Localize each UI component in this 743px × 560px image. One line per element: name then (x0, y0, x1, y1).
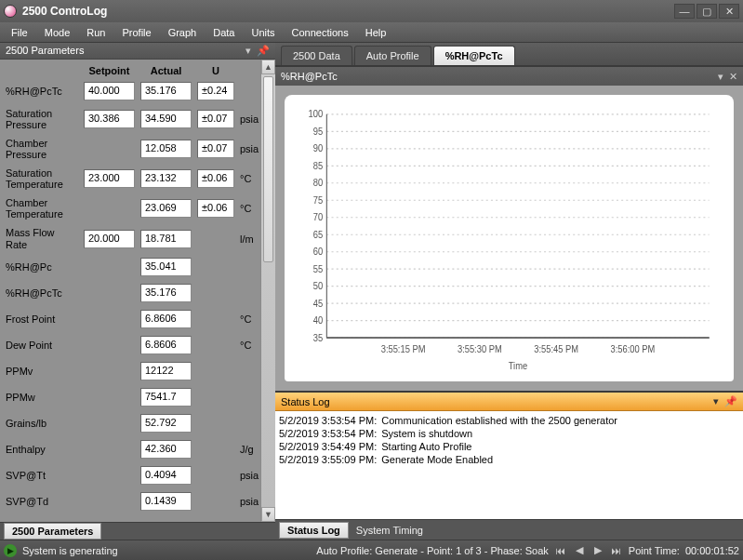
status-tab-timing[interactable]: System Timing (349, 523, 431, 538)
main-tabstrip: 2500 Data Auto Profile %RH@PcTc (275, 43, 743, 67)
status-pin-icon[interactable]: 📌 (724, 395, 737, 407)
status-title: Status Log (281, 396, 330, 407)
actual-field: 0.1439 (140, 492, 192, 511)
actual-field: 23.069 (140, 199, 192, 218)
actual-field: 34.590 (140, 110, 192, 128)
chart-dropdown-icon[interactable]: ▾ (718, 71, 723, 83)
status-tab-log[interactable]: Status Log (279, 522, 349, 539)
menu-connections[interactable]: Connections (285, 24, 356, 41)
uncertainty-field: ±0.24 (197, 82, 234, 100)
unit-label: J/g (240, 444, 260, 455)
nav-last-icon[interactable]: ⏭ (610, 544, 623, 557)
unit-label: psia (240, 113, 260, 125)
menu-file[interactable]: File (4, 24, 35, 41)
svg-text:85: 85 (313, 160, 324, 171)
setpoint-field[interactable]: 23.000 (84, 169, 135, 188)
param-label: Frost Point (6, 313, 78, 325)
chart-close-icon[interactable]: ✕ (729, 71, 737, 83)
status-tabstrip: Status Log System Timing (275, 519, 743, 540)
nav-first-icon[interactable]: ⏮ (554, 544, 567, 557)
svg-text:100: 100 (309, 109, 324, 120)
tab-auto-profile[interactable]: Auto Profile (354, 46, 431, 65)
uncertainty-field: ±0.07 (197, 110, 234, 128)
pin-icon[interactable]: 📌 (257, 45, 270, 57)
setpoint-field[interactable]: 40.000 (84, 82, 135, 100)
actual-field: 7541.7 (140, 388, 192, 407)
actual-field: 18.781 (140, 230, 192, 248)
left-tab-parameters[interactable]: 2500 Parameters (4, 523, 101, 540)
setpoint-field[interactable]: 20.000 (84, 230, 135, 248)
param-label: Grains/lb (6, 418, 78, 429)
param-label: Chamber Temperature (6, 197, 78, 220)
menu-profile[interactable]: Profile (114, 24, 158, 41)
param-label: %RH@PcTc (6, 287, 78, 299)
tab-2500-data[interactable]: 2500 Data (281, 46, 352, 65)
svg-text:3:56:00 PM: 3:56:00 PM (610, 344, 655, 355)
param-label: %RH@PcTc (6, 86, 78, 97)
chart-header: %RH@PcTc ▾ ✕ (275, 67, 743, 86)
menu-bar: File Mode Run Profile Graph Data Units C… (0, 22, 743, 43)
menu-mode[interactable]: Mode (37, 24, 78, 41)
actual-field: 23.132 (140, 169, 192, 188)
unit-label: °C (240, 340, 260, 351)
menu-run[interactable]: Run (79, 24, 113, 41)
nav-next-icon[interactable]: ▶ (591, 544, 604, 557)
unit-label: °C (240, 203, 260, 214)
minimize-button[interactable]: — (674, 4, 695, 19)
maximize-button[interactable]: ▢ (697, 4, 717, 19)
log-row: 5/2/2019 3:53:54 PM: System is shutdown (279, 427, 739, 440)
param-scrollbar[interactable]: ▲ ▼ (260, 60, 275, 522)
svg-text:55: 55 (313, 263, 324, 274)
svg-text:95: 95 (313, 126, 324, 137)
actual-field: 35.176 (140, 82, 192, 100)
param-label: %RH@Pc (6, 261, 78, 273)
point-time-label: Point Time: (629, 545, 680, 556)
actual-field: 52.792 (140, 414, 192, 433)
param-label: Saturation Pressure (6, 108, 78, 130)
unit-label: psia (240, 470, 260, 481)
menu-data[interactable]: Data (206, 24, 242, 41)
param-label: SVP@Tt (6, 470, 78, 481)
tab-rh-pctc[interactable]: %RH@PcTc (433, 46, 515, 65)
chart-title: %RH@PcTc (281, 71, 338, 82)
svg-text:75: 75 (313, 194, 324, 206)
play-icon: ▶ (4, 544, 17, 557)
actual-field: 6.8606 (140, 310, 192, 328)
param-label: Mass Flow Rate (6, 227, 78, 249)
status-header: Status Log ▾ 📌 (275, 393, 743, 411)
unit-label: psia (240, 496, 260, 507)
scroll-up-icon[interactable]: ▲ (261, 60, 275, 74)
menu-graph[interactable]: Graph (161, 24, 205, 41)
svg-text:40: 40 (313, 315, 324, 327)
param-label: SVP@Td (6, 496, 78, 507)
status-dropdown-icon[interactable]: ▾ (713, 395, 719, 407)
scroll-down-icon[interactable]: ▼ (261, 507, 275, 522)
param-label: PPMv (6, 366, 78, 377)
svg-text:65: 65 (313, 229, 324, 240)
svg-text:80: 80 (313, 178, 324, 189)
auto-profile-status: Auto Profile: Generate - Point: 1 of 3 -… (316, 545, 548, 556)
log-row: 5/2/2019 3:55:09 PM: Generate Mode Enabl… (279, 453, 739, 466)
actual-field: 6.8606 (140, 336, 192, 354)
svg-text:45: 45 (313, 298, 324, 309)
svg-text:3:55:15 PM: 3:55:15 PM (381, 344, 426, 355)
svg-text:60: 60 (313, 247, 324, 258)
menu-units[interactable]: Units (244, 24, 282, 41)
dropdown-icon[interactable]: ▾ (245, 45, 251, 57)
menu-help[interactable]: Help (358, 24, 394, 41)
nav-prev-icon[interactable]: ◀ (573, 544, 586, 557)
uncertainty-field: ±0.07 (197, 140, 234, 158)
svg-text:35: 35 (313, 332, 324, 343)
close-button[interactable]: ✕ (719, 4, 739, 19)
setpoint-field[interactable]: 30.386 (84, 110, 135, 128)
actual-field: 12122 (140, 362, 192, 380)
scroll-thumb[interactable] (263, 76, 273, 262)
unit-label: l/m (240, 233, 260, 245)
svg-text:50: 50 (313, 281, 324, 292)
log-row: 5/2/2019 3:54:49 PM: Starting Auto Profi… (279, 440, 739, 453)
svg-text:3:55:45 PM: 3:55:45 PM (534, 344, 578, 355)
svg-text:Time: Time (509, 361, 528, 372)
status-log-body: 5/2/2019 3:53:54 PM: Communication estab… (275, 411, 743, 519)
app-icon (4, 5, 17, 18)
window-title: 2500 ControLog (22, 5, 107, 18)
